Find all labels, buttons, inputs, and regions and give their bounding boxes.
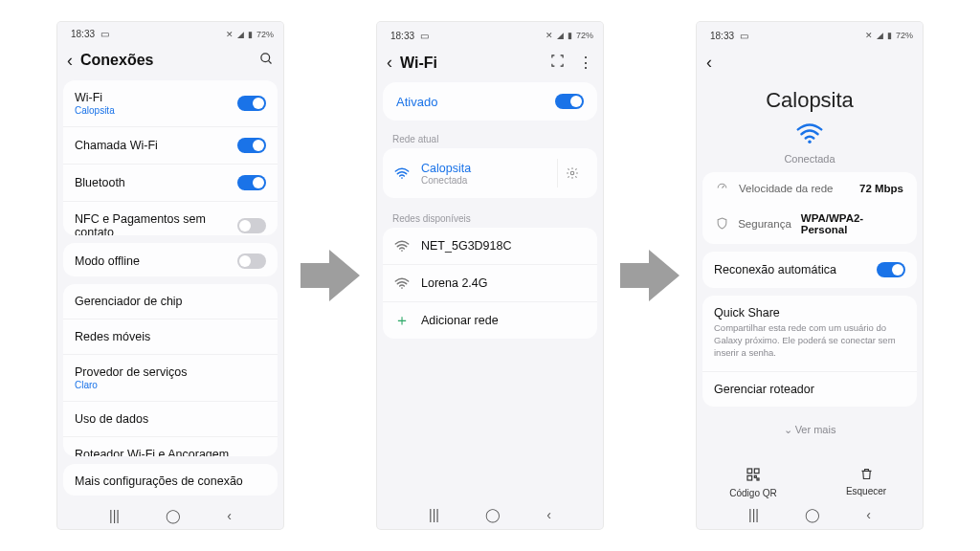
connection-status: Conectada: [697, 153, 923, 165]
security-value: WPA/WPA2-Personal: [801, 212, 903, 235]
add-network-row[interactable]: ＋ Adicionar rede: [383, 302, 597, 339]
status-notif-icon: ▭: [420, 31, 429, 41]
toggle-wificall[interactable]: [237, 138, 266, 153]
toggle-nfc[interactable]: [237, 218, 266, 233]
toggle-auto-reconnect[interactable]: [877, 262, 905, 277]
nav-recent[interactable]: |||: [109, 508, 120, 523]
nav-recent[interactable]: |||: [429, 507, 439, 522]
svg-rect-14: [757, 478, 759, 480]
quickshare-desc: Compartilhar esta rede com um usuário do…: [714, 322, 905, 361]
row-label: Redes móveis: [75, 330, 266, 343]
shield-icon: [716, 217, 728, 231]
row-label: Roteador Wi-Fi e Ancoragem: [75, 448, 266, 456]
row-manage-router[interactable]: Gerenciar roteador: [702, 372, 917, 407]
nav-recent[interactable]: |||: [748, 507, 759, 522]
row-bluetooth[interactable]: Bluetooth: [63, 165, 278, 202]
toggle-offline[interactable]: [237, 253, 266, 269]
svg-point-5: [401, 250, 403, 252]
svg-rect-11: [754, 469, 759, 474]
page-title: Wi-Fi: [400, 55, 543, 72]
status-wifi-icon: ◢: [237, 30, 244, 39]
see-more-button[interactable]: ⌄ Ver mais: [697, 414, 923, 446]
row-auto-reconnect[interactable]: Reconexão automática: [702, 252, 917, 288]
wifi-icon: [394, 165, 410, 181]
qr-code-button[interactable]: Código QR: [697, 467, 810, 498]
toggle-bluetooth[interactable]: [237, 175, 266, 190]
forget-label: Esquecer: [846, 486, 886, 496]
nav-home[interactable]: ◯: [805, 507, 820, 522]
row-quickshare[interactable]: Quick Share Compartilhar esta rede com u…: [702, 296, 917, 372]
network-name: Calopsita: [421, 162, 546, 175]
available-network-row[interactable]: NET_5G3D918C: [383, 228, 597, 265]
row-mobile[interactable]: Redes móveis: [63, 320, 278, 355]
row-wifi[interactable]: Wi-FiCalopsita: [63, 80, 278, 127]
row-label: Provedor de serviços: [75, 365, 266, 379]
row-chip[interactable]: Gerenciador de chip: [63, 284, 278, 320]
status-signal-icon: ▮: [248, 30, 253, 39]
navbar: ||| ◯ ‹: [697, 500, 923, 529]
status-wifi-icon: ◢: [877, 31, 883, 40]
row-usage[interactable]: Uso de dados: [63, 402, 278, 437]
status-vibrate-icon: ✕: [865, 31, 873, 40]
nav-home[interactable]: ◯: [166, 508, 181, 523]
row-hotspot[interactable]: Roteador Wi-Fi e Ancoragem: [63, 437, 278, 456]
nav-back[interactable]: ‹: [227, 508, 232, 523]
row-provider[interactable]: Provedor de serviçosClaro: [63, 355, 278, 402]
row-offline[interactable]: Modo offline: [63, 243, 278, 276]
svg-point-0: [261, 54, 270, 62]
network-name: NET_5G3D918C: [421, 239, 586, 253]
search-icon[interactable]: [259, 52, 274, 70]
network-name: Lorena 2.4G: [421, 276, 586, 290]
row-speed: Velocidade da rede 72 Mbps: [702, 172, 917, 204]
qr-label: Código QR: [729, 488, 776, 498]
qr-icon: [746, 467, 761, 485]
row-nfc[interactable]: NFC e Pagamentos sem contato: [63, 202, 278, 235]
screen-wifi-list: 18:33▭ ✕ ◢ ▮ 72% ‹ Wi-Fi ⋮ Ativado Rede …: [377, 22, 603, 529]
row-label: Uso de dados: [75, 412, 266, 426]
nav-back[interactable]: ‹: [546, 507, 551, 522]
network-status: Conectada: [421, 175, 546, 186]
svg-rect-13: [754, 475, 756, 477]
row-label: Chamada Wi-Fi: [75, 139, 237, 152]
status-battery-text: 72%: [896, 31, 913, 40]
trash-icon: [859, 467, 874, 483]
screen-connections: 18:33▭ ✕ ◢ ▮ 72% ‹ Conexões Wi-FiCalopsi…: [57, 22, 283, 529]
status-notif-icon: ▭: [100, 29, 109, 39]
back-button[interactable]: ‹: [706, 53, 712, 73]
row-label: Wi-Fi: [75, 91, 237, 104]
forget-button[interactable]: Esquecer: [810, 467, 923, 498]
svg-line-1: [268, 60, 271, 63]
back-button[interactable]: ‹: [387, 53, 392, 73]
nav-back[interactable]: ‹: [866, 507, 871, 522]
qr-scan-icon[interactable]: [550, 54, 565, 72]
status-signal-icon: ▮: [887, 31, 892, 40]
page-title: Conexões: [80, 52, 252, 69]
back-button[interactable]: ‹: [67, 51, 73, 71]
wifi-large-icon: [795, 122, 824, 143]
more-icon[interactable]: ⋮: [578, 55, 593, 71]
statusbar: 18:33▭ ✕ ◢ ▮ 72%: [377, 22, 603, 49]
status-signal-icon: ▮: [568, 31, 572, 40]
available-network-row[interactable]: Lorena 2.4G: [383, 265, 597, 302]
toggle-wifi-master[interactable]: [555, 94, 584, 109]
section-current: Rede atual: [377, 126, 603, 148]
status-battery-text: 72%: [256, 30, 274, 39]
security-label: Segurança: [738, 218, 791, 230]
nav-home[interactable]: ◯: [485, 507, 501, 522]
row-label: NFC e Pagamentos sem contato: [75, 212, 237, 235]
navbar: ||| ◯ ‹: [377, 500, 603, 529]
wifi-enabled-label: Ativado: [396, 95, 437, 109]
row-more-settings[interactable]: Mais configurações de conexão: [63, 464, 278, 496]
row-label: Modo offline: [75, 254, 237, 268]
svg-line-9: [723, 186, 724, 188]
row-sublabel: Calopsita: [75, 105, 237, 116]
svg-marker-2: [301, 250, 360, 301]
row-label: Reconexão automática: [714, 263, 877, 276]
svg-marker-7: [620, 250, 679, 301]
network-settings-button[interactable]: [557, 159, 586, 187]
wifi-enabled-row[interactable]: Ativado: [383, 82, 597, 121]
row-wificall[interactable]: Chamada Wi-Fi: [63, 127, 278, 165]
toggle-wifi[interactable]: [237, 96, 266, 111]
row-label: Gerenciar roteador: [714, 383, 905, 396]
current-network-row[interactable]: Calopsita Conectada: [383, 148, 597, 198]
